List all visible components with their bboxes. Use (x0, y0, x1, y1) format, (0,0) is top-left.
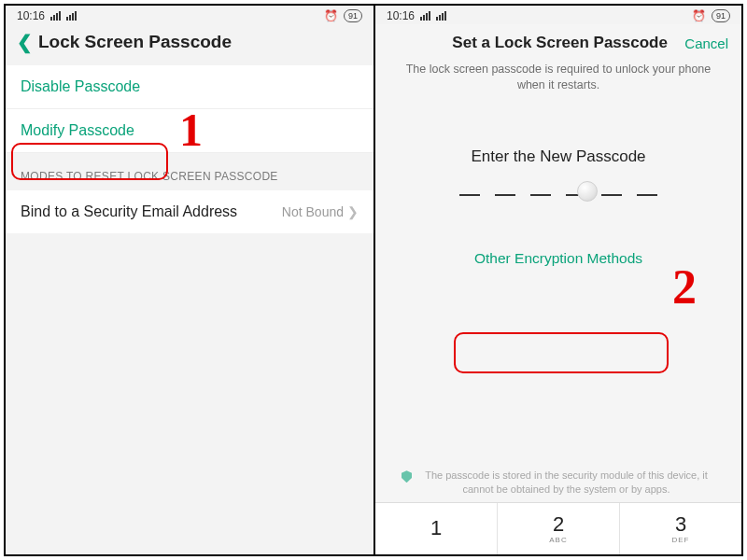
bind-email-row[interactable]: Bind to a Security Email Address Not Bou… (6, 190, 374, 233)
alarm-icon: ⏰ (692, 9, 706, 22)
modify-passcode-label: Modify Passcode (21, 122, 134, 139)
battery-icon: 91 (712, 9, 730, 22)
annotation-number-2: 2 (672, 259, 697, 315)
page-title: Lock Screen Passcode (38, 32, 232, 52)
numeric-keypad: 1 2 ABC 3 DEF (375, 502, 741, 554)
title-bar: ❮ Lock Screen Passcode (6, 24, 374, 65)
key-2[interactable]: 2 ABC (498, 503, 620, 554)
page-title: Set a Lock Screen Passcode (435, 34, 684, 52)
status-bar: 10:16 ⏰ 91 (6, 6, 374, 24)
subtitle-text: The lock screen passcode is required to … (375, 58, 741, 93)
key-digit: 2 (553, 514, 564, 535)
disable-passcode-row[interactable]: Disable Passcode (6, 65, 374, 109)
key-digit: 3 (675, 514, 686, 535)
disable-passcode-label: Disable Passcode (21, 78, 140, 95)
signal-icon (50, 11, 61, 21)
bind-email-status: Not Bound ❯ (282, 204, 359, 219)
title-bar: Set a Lock Screen Passcode Cancel (375, 24, 741, 58)
section-header: MODES TO RESET LOCK SCREEN PASSCODE (6, 153, 374, 190)
other-encryption-button[interactable]: Other Encryption Methods (375, 250, 741, 267)
bind-email-label: Bind to a Security Email Address (21, 203, 237, 220)
shield-icon (402, 470, 412, 483)
passcode-cursor (577, 181, 598, 202)
signal-icon (436, 11, 446, 21)
status-time: 10:16 (17, 9, 45, 22)
footnote: The passcode is stored in the security m… (375, 469, 741, 497)
key-letters: ABC (549, 536, 567, 544)
screen-set-passcode: 10:16 ⏰ 91 Set a Lock Screen Passcode Ca… (374, 6, 741, 554)
enter-passcode-label: Enter the New Passcode (375, 147, 741, 166)
cancel-button[interactable]: Cancel (684, 35, 728, 51)
battery-icon: 91 (344, 9, 362, 22)
chevron-right-icon: ❯ (347, 204, 359, 219)
back-icon[interactable]: ❮ (17, 33, 33, 51)
status-time: 10:16 (387, 9, 415, 22)
status-bar: 10:16 ⏰ 91 (375, 6, 741, 24)
key-digit: 1 (430, 518, 442, 539)
key-3[interactable]: 3 DEF (620, 503, 741, 554)
signal-icon (420, 11, 430, 21)
annotation-box-2 (454, 332, 669, 373)
modify-passcode-row[interactable]: Modify Passcode (6, 109, 374, 153)
alarm-icon: ⏰ (324, 9, 338, 22)
screen-passcode-settings: 10:16 ⏰ 91 ❮ Lock Screen Passcode Disabl… (6, 6, 374, 554)
signal-icon (66, 11, 77, 21)
key-1[interactable]: 1 (375, 503, 498, 554)
key-letters: DEF (672, 536, 690, 544)
footnote-text: The passcode is stored in the security m… (417, 469, 715, 497)
passcode-input[interactable] (375, 192, 741, 196)
